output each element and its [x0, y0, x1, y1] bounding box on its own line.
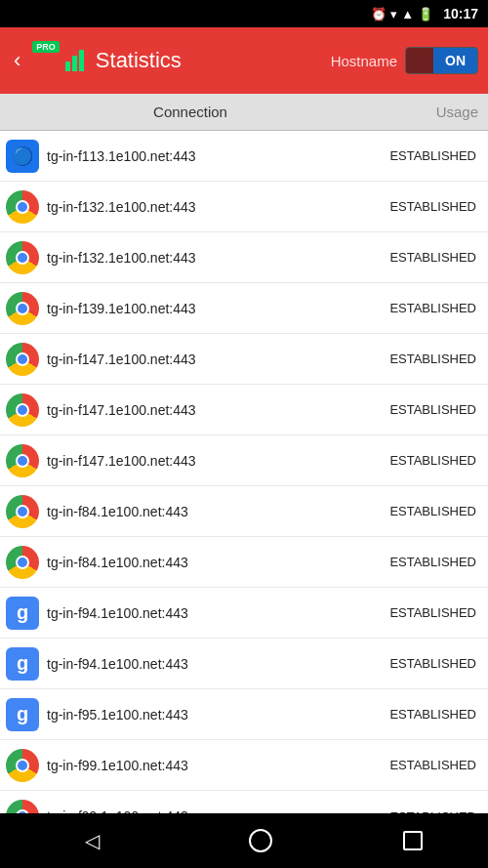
connection-text: tg-in-f147.1e100.net:443	[47, 453, 365, 469]
status-badge: ESTABLISHED	[365, 301, 482, 315]
chrome-icon	[6, 292, 39, 325]
chrome-icon	[6, 800, 39, 813]
chrome-icon	[6, 393, 39, 427]
table-row[interactable]: g tg-in-f94.1e100.net:443 ESTABLISHED	[0, 639, 488, 689]
toggle-on: ON	[433, 48, 477, 73]
toggle-switch[interactable]: ON	[405, 47, 478, 74]
table-row[interactable]: g tg-in-f95.1e100.net:443 ESTABLISHED	[0, 689, 488, 740]
connection-text: tg-in-f94.1e100.net:443	[47, 605, 365, 621]
chrome-icon	[6, 190, 39, 224]
pro-badge: PRO	[32, 41, 60, 54]
connection-text: tg-in-f132.1e100.net:443	[47, 250, 365, 266]
status-badge: ESTABLISHED	[365, 351, 482, 366]
status-time: 10:17	[443, 6, 478, 21]
status-badge: ESTABLISHED	[365, 402, 482, 417]
status-bar: ⏰ ▾ ▲ 🔋 10:17	[0, 0, 488, 27]
google-icon: g	[6, 698, 39, 731]
signal-icon: ▲	[401, 7, 414, 21]
connections-list[interactable]: 🔵 tg-in-f113.1e100.net:443 ESTABLISHED t…	[0, 131, 488, 813]
table-row[interactable]: tg-in-f139.1e100.net:443 ESTABLISHED	[0, 283, 488, 334]
app-title: Statistics	[96, 48, 323, 73]
status-badge: ESTABLISHED	[365, 555, 482, 569]
connection-text: tg-in-f94.1e100.net:443	[47, 656, 365, 672]
connection-text: tg-in-f84.1e100.net:443	[47, 504, 365, 519]
wifi-icon: ▾	[390, 7, 397, 21]
google-icon: g	[6, 647, 39, 681]
google-icon: g	[6, 597, 39, 630]
bottom-nav: ◁	[0, 813, 488, 868]
table-row[interactable]: tg-in-f84.1e100.net:443 ESTABLISHED	[0, 486, 488, 537]
connection-text: tg-in-f95.1e100.net:443	[47, 707, 365, 723]
chrome-icon	[6, 444, 39, 477]
status-badge: ESTABLISHED	[365, 148, 482, 163]
status-badge: ESTABLISHED	[365, 504, 482, 518]
back-button[interactable]: ‹	[10, 44, 24, 77]
alarm-icon: ⏰	[371, 7, 386, 21]
usage-header: Usage	[381, 103, 488, 120]
table-row[interactable]: tg-in-f147.1e100.net:443 ESTABLISHED	[0, 334, 488, 385]
status-badge: ESTABLISHED	[365, 199, 482, 214]
status-badge: ESTABLISHED	[365, 758, 482, 772]
connection-header: Connection	[0, 103, 381, 120]
chrome-icon	[6, 749, 39, 782]
table-row[interactable]: tg-in-f132.1e100.net:443 ESTABLISHED	[0, 182, 488, 232]
connection-text: tg-in-f84.1e100.net:443	[47, 555, 365, 570]
status-badge: ESTABLISHED	[365, 707, 482, 722]
connection-text: tg-in-f132.1e100.net:443	[47, 199, 365, 215]
chrome-icon	[6, 546, 39, 579]
blue-app-icon: 🔵	[6, 140, 39, 173]
table-row[interactable]: tg-in-f84.1e100.net:443 ESTABLISHED	[0, 537, 488, 588]
status-badge: ESTABLISHED	[365, 656, 482, 671]
connection-text: tg-in-f147.1e100.net:443	[47, 402, 365, 418]
toggle-off	[406, 48, 433, 73]
nav-back-button[interactable]: ◁	[65, 821, 119, 860]
table-row[interactable]: g tg-in-f94.1e100.net:443 ESTABLISHED	[0, 588, 488, 639]
status-icons: ⏰ ▾ ▲ 🔋 10:17	[371, 6, 478, 21]
status-badge: ESTABLISHED	[365, 453, 482, 468]
table-row[interactable]: tg-in-f99.1e100.net:443 ESTABLISHED	[0, 740, 488, 791]
status-badge: ESTABLISHED	[365, 250, 482, 265]
battery-icon: 🔋	[418, 7, 433, 21]
app-bar: ‹ PRO Statistics Hostname ON	[0, 27, 488, 94]
chrome-icon	[6, 241, 39, 274]
chrome-icon	[6, 495, 39, 528]
chrome-icon	[6, 343, 39, 376]
stats-icon	[65, 50, 84, 71]
nav-home-button[interactable]	[249, 829, 272, 852]
nav-recent-button[interactable]	[403, 831, 423, 850]
status-badge: ESTABLISHED	[365, 605, 482, 620]
hostname-label: Hostname	[331, 53, 397, 69]
connection-text: tg-in-f139.1e100.net:443	[47, 301, 365, 316]
connection-text: tg-in-f147.1e100.net:443	[47, 351, 365, 367]
connection-text: tg-in-f113.1e100.net:443	[47, 148, 365, 164]
table-row[interactable]: 🔵 tg-in-f113.1e100.net:443 ESTABLISHED	[0, 131, 488, 182]
table-row[interactable]: tg-in-f99.1e100.net:443 ESTABLISHED	[0, 791, 488, 813]
table-row[interactable]: tg-in-f147.1e100.net:443 ESTABLISHED	[0, 435, 488, 486]
connection-text: tg-in-f99.1e100.net:443	[47, 758, 365, 773]
table-row[interactable]: tg-in-f132.1e100.net:443 ESTABLISHED	[0, 232, 488, 283]
table-row[interactable]: tg-in-f147.1e100.net:443 ESTABLISHED	[0, 385, 488, 435]
column-headers: Connection Usage	[0, 94, 488, 131]
